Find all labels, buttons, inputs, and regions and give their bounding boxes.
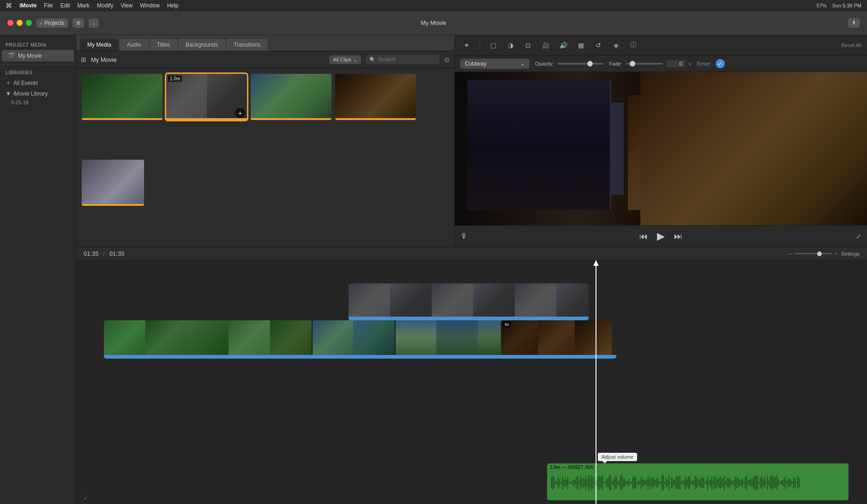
waveform-bar xyxy=(786,481,787,484)
clip-5[interactable] xyxy=(82,160,144,206)
waveform-bar xyxy=(637,481,638,484)
clip-1[interactable] xyxy=(82,74,163,120)
search-input[interactable] xyxy=(378,56,429,63)
clip-2[interactable]: 1.0m + xyxy=(166,74,247,120)
app-name[interactable]: iMovie xyxy=(19,2,36,9)
waveform-bar xyxy=(655,480,656,486)
maximize-button[interactable] xyxy=(26,20,32,26)
waveform-bar xyxy=(660,481,661,484)
sidebar-date-item[interactable]: 9-25-18 xyxy=(0,99,76,106)
waveform-bar xyxy=(570,481,571,484)
cutaway-dropdown[interactable]: Cutaway ⌄ xyxy=(460,59,530,69)
close-button[interactable] xyxy=(7,20,13,26)
waveform-bar xyxy=(689,476,690,489)
waveform-bar xyxy=(692,480,693,486)
menu-help[interactable]: Help xyxy=(167,2,179,9)
settings-button[interactable]: Settings xyxy=(841,251,860,257)
preview-scene xyxy=(455,72,867,225)
rewind-tool[interactable]: ↺ xyxy=(592,39,605,52)
noise-tool[interactable]: ◈ xyxy=(609,39,622,52)
waveform-bar xyxy=(617,480,618,485)
confirm-button[interactable]: ✓ xyxy=(716,59,725,68)
waveform-bar xyxy=(635,477,636,488)
opacity-slider[interactable] xyxy=(557,63,603,65)
waveform-bar xyxy=(632,477,633,488)
fullscreen-button[interactable]: ⤢ xyxy=(856,233,861,240)
reset-all-button[interactable]: Reset All xyxy=(842,42,861,48)
waveform-bar xyxy=(749,480,750,486)
crop-adjust-tool[interactable]: ⊡ xyxy=(522,39,535,52)
menu-view[interactable]: View xyxy=(120,2,132,9)
fade-label: Fade: xyxy=(609,61,622,66)
info-tool[interactable]: ⓘ xyxy=(627,39,640,52)
skip-back-button[interactable]: ⏮ xyxy=(639,232,648,241)
search-options-button[interactable]: ⊙ xyxy=(444,56,450,63)
clip-4[interactable] xyxy=(335,74,416,120)
fade-time-input[interactable] xyxy=(667,60,685,67)
speed-tool[interactable]: ▦ xyxy=(574,39,587,52)
projects-button[interactable]: ‹ Projects xyxy=(36,18,68,28)
waveform-bar xyxy=(756,475,757,491)
share-button[interactable]: ⬆ xyxy=(848,18,860,28)
zoom-in-icon[interactable]: + xyxy=(835,251,837,256)
zoom-track[interactable] xyxy=(795,253,832,254)
waveform-bar xyxy=(789,479,790,487)
waveform-bar xyxy=(616,476,617,490)
media-toolbar: ⊞ My Movie All Clips ⌄ 🔍 ⊙ xyxy=(76,51,454,68)
color-wheel-tool[interactable]: ◑ xyxy=(504,39,517,52)
sidebar-item-my-movie[interactable]: 🎬 My Movie xyxy=(2,50,74,61)
broll-clip[interactable] xyxy=(349,283,589,320)
apple-menu[interactable]: ⌘ xyxy=(6,2,12,9)
tab-backgrounds[interactable]: Backgrounds xyxy=(178,39,225,51)
crop-tool[interactable]: ▢ xyxy=(487,39,500,52)
sidebar-imovie-library[interactable]: ▼ iMovie Library xyxy=(0,89,76,99)
magic-wand-tool[interactable]: ✦ xyxy=(460,39,473,52)
broll-frame-1 xyxy=(349,283,390,320)
fade-slider[interactable] xyxy=(626,63,663,65)
menu-edit[interactable]: Edit xyxy=(60,2,70,9)
waveform-bar xyxy=(783,479,784,486)
download-button[interactable]: ↓ xyxy=(89,18,99,28)
opacity-label: Opacity: xyxy=(535,61,554,66)
skip-forward-button[interactable]: ⏭ xyxy=(674,232,682,241)
waveform-bar xyxy=(721,478,722,488)
tab-my-media[interactable]: My Media xyxy=(80,39,119,51)
menu-file[interactable]: File xyxy=(44,2,53,9)
zoom-out-icon[interactable]: — xyxy=(788,251,792,256)
menu-window[interactable]: Window xyxy=(140,2,160,9)
layout-toggle-button[interactable]: ⊞ xyxy=(72,18,84,28)
media-folder-label: My Movie xyxy=(91,56,325,63)
waveform-bar xyxy=(792,481,793,484)
broll-filmstrip xyxy=(349,283,589,320)
tab-audio[interactable]: Audio xyxy=(120,39,149,51)
reset-button[interactable]: Reset xyxy=(697,61,710,66)
waveform-bar xyxy=(585,476,586,490)
media-tabs: My Media Audio Titles Backgrounds Transi… xyxy=(76,35,454,51)
plus-icon: ＋ xyxy=(6,79,11,87)
sidebar-all-events[interactable]: ＋ All Events xyxy=(0,77,76,89)
waveform-bar xyxy=(627,481,628,485)
tab-transitions[interactable]: Transitions xyxy=(226,39,268,51)
audio-tool[interactable]: 🔊 xyxy=(557,39,570,52)
clip-add-button[interactable]: + xyxy=(235,108,245,118)
clips-filter-dropdown[interactable]: All Clips ⌄ xyxy=(329,55,361,64)
waveform-bar xyxy=(588,474,589,491)
clip-3[interactable] xyxy=(251,74,331,120)
minimize-button[interactable] xyxy=(17,20,23,26)
menu-modify[interactable]: Modify xyxy=(97,2,113,9)
camera-stabilize-tool[interactable]: 🎥 xyxy=(539,39,552,52)
traffic-lights xyxy=(7,20,32,26)
waveform-bar xyxy=(638,480,639,486)
main-video-clip-2[interactable] xyxy=(501,320,616,364)
search-box: 🔍 xyxy=(366,55,440,64)
waveform-bar xyxy=(765,481,766,485)
disclosure-icon: ▼ xyxy=(6,90,11,97)
microphone-button[interactable]: 🎙 xyxy=(460,232,468,240)
menu-mark[interactable]: Mark xyxy=(77,2,90,9)
play-button[interactable]: ▶ xyxy=(657,230,665,242)
audio-clip[interactable]: 1.0m — 101027_025 xyxy=(547,463,849,500)
waveform-bar xyxy=(686,479,687,487)
grid-view-button[interactable]: ⊞ xyxy=(81,56,86,63)
waveform-bar xyxy=(657,478,658,487)
tab-titles[interactable]: Titles xyxy=(150,39,177,51)
